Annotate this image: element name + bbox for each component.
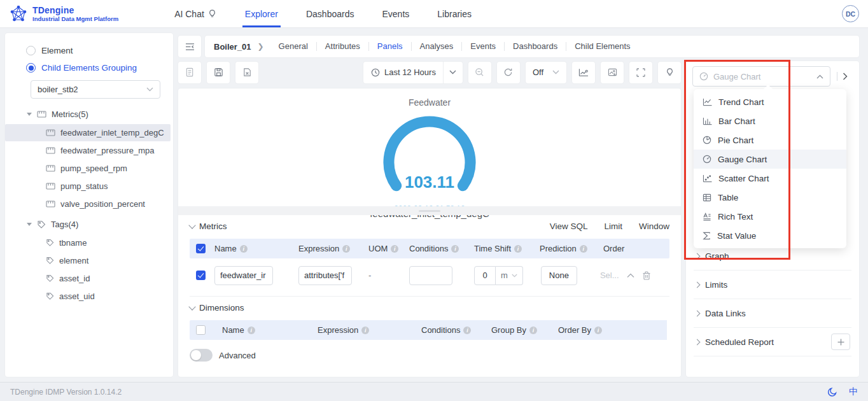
chevron-down-icon[interactable] [188,303,195,310]
info-icon [240,245,248,253]
metric-name-input[interactable] [214,266,273,285]
dropdown-item-bar-chart[interactable]: Bar Chart [694,111,846,130]
chart-type-select[interactable]: Gauge Chart [692,66,830,87]
time-range-button[interactable]: Last 12 Hours [363,62,444,83]
save-button[interactable] [207,62,230,83]
gauge-chart-preview: Feedwater 103.11 2026-03-19 21:58:12 fee… [178,88,681,206]
tree-item-tag[interactable]: tbname [5,234,171,251]
tree-item-tag[interactable]: asset_id [5,270,171,287]
dropdown-item-gauge-chart[interactable]: Gauge Chart [694,150,846,169]
version-label: TDengine IDMP Version 1.0.14.2 [10,388,122,397]
zoom-out-button[interactable] [468,62,491,83]
metric-expression-input[interactable] [298,266,352,285]
scatter-chart-icon [703,174,712,183]
radio-child-elements-grouping[interactable]: Child Elements Grouping [5,59,173,76]
select-all-checkbox[interactable] [196,244,206,253]
add-scheduled-report-button[interactable] [831,334,850,350]
tab-analyses[interactable]: Analyses [411,42,462,51]
radio-element[interactable]: Element [5,42,173,59]
time-shift-input[interactable] [474,266,496,285]
tab-panels[interactable]: Panels [368,42,411,51]
tree-item-tag[interactable]: asset_uid [5,288,171,305]
tdengine-logo[interactable]: TDengine Industrial Data Mgmt Platform [9,4,118,24]
panel-toolbar: Last 12 Hours Off [178,61,681,83]
network-logo-icon [9,4,28,24]
advanced-label: Advanced [219,351,256,360]
nav-explorer[interactable]: Explorer [245,0,278,27]
dark-mode-toggle[interactable] [827,387,837,397]
language-switch[interactable]: 中 [849,386,858,398]
tree-item-metric[interactable]: pump_speed_rpm [5,160,171,177]
tab-attributes[interactable]: Attributes [316,42,368,51]
export-image-button[interactable] [601,62,624,83]
advanced-toggle[interactable] [190,349,213,362]
user-avatar[interactable]: DC [842,5,859,22]
dropdown-item-rich-text[interactable]: Rich Text [694,207,846,226]
tab-dashboards[interactable]: Dashboards [504,42,566,51]
trend-preview-button[interactable] [572,62,595,83]
row-checkbox[interactable] [196,271,206,280]
nav-events[interactable]: Events [382,0,409,27]
nav-dashboards[interactable]: Dashboards [306,0,354,27]
view-sql-link[interactable]: View SQL [550,222,588,231]
order-select[interactable]: Sel... [600,271,619,280]
nav-ai-chat[interactable]: AI Chat [174,0,217,27]
tab-general[interactable]: General [270,42,316,51]
tree-node-metrics[interactable]: Metrics(5) [5,105,173,123]
info-icon [514,245,522,253]
time-range-dropdown-button[interactable] [444,62,463,83]
dropdown-item-scatter-chart[interactable]: Scatter Chart [694,169,846,188]
breadcrumb-root[interactable]: Boiler_01 [214,42,251,52]
radio-unselected-icon [26,46,36,55]
trash-icon[interactable] [642,271,651,280]
metric-conditions-input[interactable] [409,266,452,285]
section-limits[interactable]: Limits [692,272,853,297]
tag-icon [46,239,54,247]
tree-item-metric[interactable]: pump_status [5,178,171,195]
resize-handle[interactable] [178,206,681,215]
dropdown-item-stat-value[interactable]: Stat Value [694,226,846,245]
tree-item-metric[interactable]: feedwater_pressure_mpa [5,142,171,159]
nav-libraries[interactable]: Libraries [437,0,472,27]
prediction-button[interactable]: None [541,266,577,285]
section-data-links[interactable]: Data Links [692,300,853,326]
tree-item-metric[interactable]: valve_position_percent [5,195,171,213]
save-icon [214,67,223,77]
info-icon [529,327,537,334]
auto-refresh-select[interactable]: Off [526,62,566,83]
tab-events[interactable]: Events [461,42,504,51]
pie-chart-icon [703,136,711,144]
collapse-right-panel-button[interactable] [830,72,853,81]
tree-item-metric[interactable]: feedwater_inlet_temp_degC [5,124,171,141]
info-icon [361,327,369,334]
chevron-down-icon[interactable] [188,222,195,229]
tree-node-tags[interactable]: Tags(4) [5,215,173,234]
divider [694,327,851,328]
window-link[interactable]: Window [639,222,669,231]
grouping-select[interactable]: boiler_stb2 [31,80,160,99]
fullscreen-button[interactable] [629,62,652,83]
clear-button[interactable] [235,62,258,83]
dropdown-item-pie-chart[interactable]: Pie Chart [694,130,846,150]
chevron-down-icon [552,70,559,74]
dropdown-item-table[interactable]: Table [694,188,846,207]
gauge-chart-icon [703,155,711,164]
dropdown-item-trend-chart[interactable]: Trend Chart [694,92,846,111]
collapse-sidebar-button[interactable] [178,36,201,57]
info-icon [594,327,602,334]
select-all-checkbox[interactable] [196,325,206,335]
limit-link[interactable]: Limit [604,222,622,231]
section-scheduled-report[interactable]: Scheduled Report [692,329,853,355]
refresh-button[interactable] [497,62,520,83]
ai-insight-button[interactable] [658,62,681,83]
tree-item-tag[interactable]: element [5,252,171,269]
chevron-down-icon [146,87,153,92]
separator [837,72,837,81]
tab-child-elements[interactable]: Child Elements [566,42,638,51]
time-shift-unit-select[interactable]: m [496,266,523,285]
app-root: TDengine Industrial Data Mgmt Platform A… [0,0,868,401]
notes-button[interactable] [178,62,201,83]
time-shift-group: m [474,266,523,285]
top-header: TDengine Industrial Data Mgmt Platform A… [0,0,868,28]
collapse-row-icon[interactable] [627,273,634,278]
